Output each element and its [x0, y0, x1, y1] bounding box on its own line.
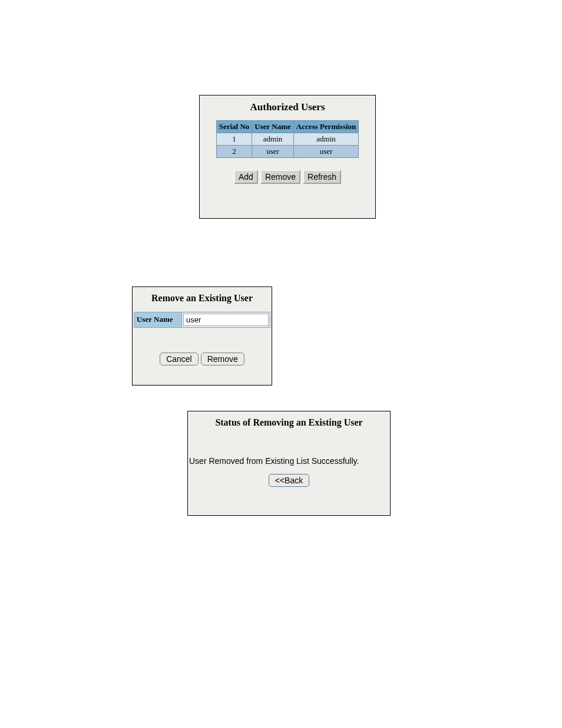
remove-user-panel: Remove an Existing User User Name Cancel… [132, 286, 272, 386]
cell-permission: user [293, 146, 358, 158]
remove-button[interactable]: Remove [260, 170, 300, 184]
refresh-button[interactable]: Refresh [303, 170, 341, 184]
username-input[interactable] [183, 314, 269, 326]
col-username: User Name [252, 121, 294, 133]
cancel-button[interactable]: Cancel [160, 353, 199, 365]
cell-serial: 2 [216, 146, 252, 158]
authorized-users-title: Authorized Users [200, 95, 375, 120]
remove-user-row: User Name [134, 312, 270, 328]
cell-permission: admin [293, 133, 358, 146]
table-header-row: Serial No User Name Access Permission [216, 121, 359, 133]
username-label: User Name [134, 312, 182, 328]
authorized-buttons: Add Remove Refresh [200, 158, 375, 184]
remove-user-buttons: Cancel Remove [133, 353, 272, 365]
status-buttons: <<Back [188, 474, 390, 487]
cell-username: user [252, 146, 294, 158]
cell-serial: 1 [216, 133, 252, 146]
status-title: Status of Removing an Existing User [188, 411, 390, 431]
col-serial: Serial No [216, 121, 252, 133]
authorized-users-panel: Authorized Users Serial No User Name Acc… [199, 95, 376, 219]
col-permission: Access Permission [293, 121, 358, 133]
back-button[interactable]: <<Back [269, 474, 309, 487]
table-row[interactable]: 2 user user [216, 146, 359, 158]
username-input-cell [182, 312, 270, 328]
remove-user-title: Remove an Existing User [133, 287, 272, 309]
status-message: User Removed from Existing List Successf… [188, 431, 390, 466]
status-panel: Status of Removing an Existing User User… [187, 411, 391, 516]
remove-submit-button[interactable]: Remove [201, 353, 244, 365]
table-row[interactable]: 1 admin admin [216, 133, 359, 146]
add-button[interactable]: Add [234, 170, 258, 184]
authorized-users-table: Serial No User Name Access Permission 1 … [216, 120, 359, 158]
cell-username: admin [252, 133, 294, 146]
